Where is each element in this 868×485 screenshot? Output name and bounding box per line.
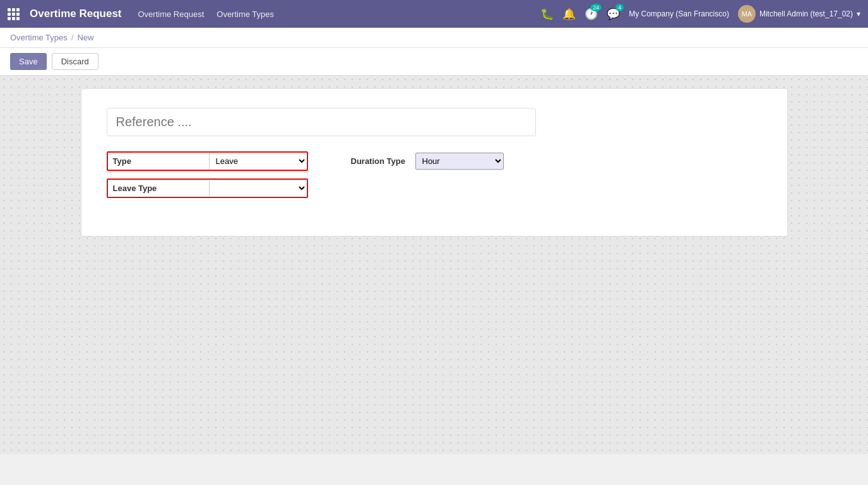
app-switcher-icon[interactable]	[8, 8, 20, 20]
form-fields: Type Leave Extra Hours Duration Type Hou…	[107, 151, 762, 198]
message-badge: 4	[615, 4, 624, 11]
action-bar: Save Discard	[0, 48, 868, 76]
user-menu[interactable]: MA Mitchell Admin (test_17_02) ▾	[738, 5, 860, 23]
bell-icon[interactable]: 🔔	[562, 8, 576, 21]
duration-type-label: Duration Type	[346, 153, 415, 170]
leave-type-label: Leave Type	[108, 180, 209, 197]
discard-button[interactable]: Discard	[52, 53, 98, 70]
clock-icon[interactable]: 🕐 24	[585, 8, 598, 21]
avatar: MA	[738, 5, 756, 23]
message-icon[interactable]: 💬 4	[607, 8, 620, 21]
type-field: Type Leave Extra Hours	[107, 151, 308, 171]
clock-badge: 24	[590, 4, 602, 11]
topnav-right-section: 🐛 🔔 🕐 24 💬 4 My Company (San Francisco) …	[540, 5, 860, 23]
menu-overtime-request[interactable]: Overtime Request	[138, 9, 205, 19]
breadcrumb-separator: /	[71, 33, 74, 42]
breadcrumb-current: New	[77, 33, 93, 42]
duration-type-select[interactable]: Hour Day	[415, 153, 504, 170]
type-select[interactable]: Leave Extra Hours	[209, 153, 307, 169]
company-selector[interactable]: My Company (San Francisco)	[629, 9, 729, 18]
leave-type-row: Leave Type	[107, 178, 762, 198]
menu-overtime-types[interactable]: Overtime Types	[217, 9, 274, 19]
leave-type-field: Leave Type	[107, 178, 308, 198]
main-area: Type Leave Extra Hours Duration Type Hou…	[0, 76, 868, 454]
type-label: Type	[108, 153, 209, 170]
top-navigation: Overtime Request Overtime Request Overti…	[0, 0, 868, 28]
breadcrumb-parent[interactable]: Overtime Types	[10, 33, 68, 42]
top-menu: Overtime Request Overtime Types	[138, 9, 531, 19]
save-button[interactable]: Save	[10, 53, 47, 70]
user-name: Mitchell Admin (test_17_02)	[759, 9, 853, 18]
app-title: Overtime Request	[30, 8, 122, 20]
duration-type-section: Duration Type Hour Day	[346, 153, 504, 170]
bug-icon[interactable]: 🐛	[540, 8, 554, 21]
leave-type-select[interactable]	[209, 180, 307, 196]
breadcrumb: Overtime Types / New	[0, 28, 868, 48]
form-card: Type Leave Extra Hours Duration Type Hou…	[81, 88, 788, 237]
type-row: Type Leave Extra Hours Duration Type Hou…	[107, 151, 762, 171]
user-dropdown-icon[interactable]: ▾	[857, 9, 860, 18]
reference-input[interactable]	[107, 108, 536, 136]
